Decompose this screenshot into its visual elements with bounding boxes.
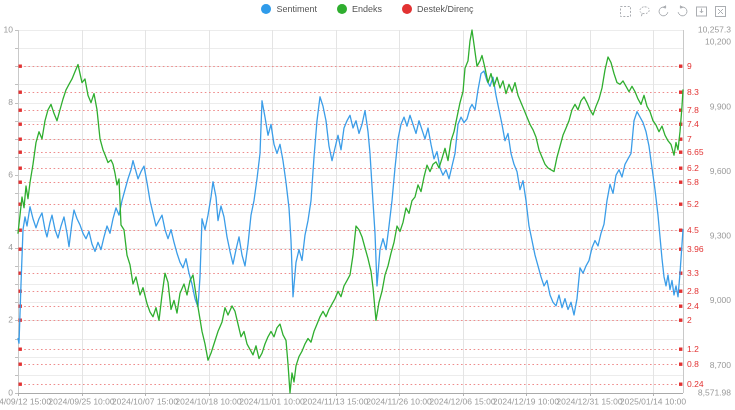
chart-container: Sentiment Endeks Destek/Direnç: [0, 0, 735, 410]
sentiment-dot-icon: [261, 4, 271, 14]
zoom-select-icon[interactable]: [619, 4, 632, 17]
lasso-select-icon[interactable]: [638, 4, 651, 17]
legend-item-sentiment[interactable]: Sentiment: [261, 4, 317, 14]
legend-item-destek-direnc[interactable]: Destek/Direnç: [402, 4, 474, 14]
legend-label: Destek/Direnç: [417, 4, 474, 14]
save-image-icon[interactable]: [695, 4, 708, 17]
legend-label: Endeks: [352, 4, 382, 14]
chart-toolbar: [619, 4, 727, 17]
legend-label: Sentiment: [276, 4, 317, 14]
legend-item-endeks[interactable]: Endeks: [337, 4, 382, 14]
endeks-dot-icon: [337, 4, 347, 14]
reset-view-icon[interactable]: [714, 4, 727, 17]
chart-canvas[interactable]: [0, 0, 735, 410]
restore-icon[interactable]: [676, 4, 689, 17]
destek-direnc-dot-icon: [402, 4, 412, 14]
undo-icon[interactable]: [657, 4, 670, 17]
